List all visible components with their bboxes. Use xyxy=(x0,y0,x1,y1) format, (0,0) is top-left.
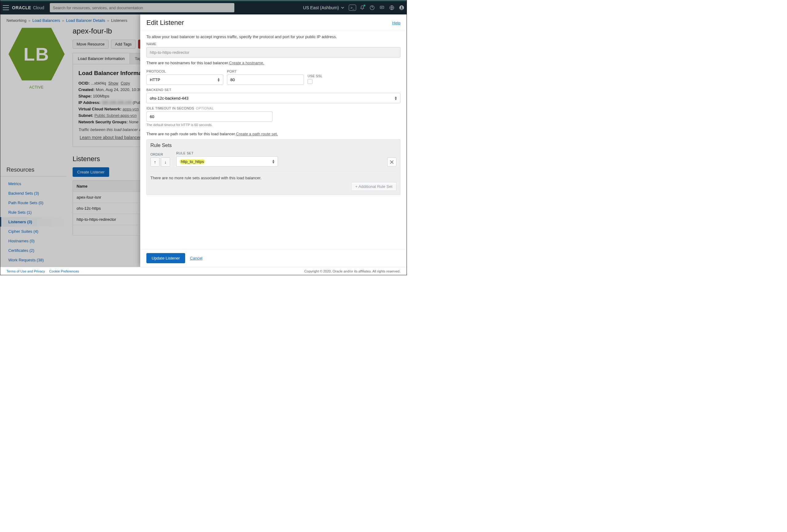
update-listener-button[interactable]: Update Listener xyxy=(146,253,185,263)
crumb-load-balancers[interactable]: Load Balancers xyxy=(32,18,60,23)
lb-icon-text: LB xyxy=(24,44,49,65)
rule-set-select[interactable]: http_to_https xyxy=(176,156,278,167)
sidebar-item-backend-sets[interactable]: Backend Sets (3) xyxy=(0,189,66,198)
resources-heading: Resources xyxy=(6,166,66,173)
order-label: ORDER xyxy=(150,152,172,156)
region-label: US East (Ashburn) xyxy=(303,5,339,10)
protocol-label: PROTOCOL xyxy=(146,69,223,73)
page-footer: Terms of Use and Privacy Cookie Preferen… xyxy=(0,267,407,275)
sidebar-item-work-requests[interactable]: Work Requests (38) xyxy=(0,255,66,265)
copyright-text: Copyright © 2020, Oracle and/or its affi… xyxy=(304,269,400,273)
nsg-label: Network Security Groups: xyxy=(79,120,128,124)
use-ssl-label: USE SSL xyxy=(307,74,335,78)
brand-bold: ORACLE xyxy=(12,5,31,10)
region-selector[interactable]: US East (Ashburn) xyxy=(300,5,347,10)
profile-icon[interactable] xyxy=(397,3,407,13)
edit-listener-panel: Edit Listener Help To allow your load ba… xyxy=(140,15,407,267)
sidebar-item-metrics[interactable]: Metrics xyxy=(0,179,66,189)
move-up-button[interactable]: ↑ xyxy=(150,157,159,167)
ip-label: IP Address: xyxy=(79,100,101,105)
brand-logo: ORACLE Cloud xyxy=(12,5,47,10)
ocid-show-link[interactable]: Show xyxy=(108,81,119,85)
shape-value: 100Mbps xyxy=(93,94,109,99)
vcn-link[interactable]: apps-vcn xyxy=(123,107,139,111)
crumb-networking: Networking xyxy=(6,18,26,23)
global-search[interactable] xyxy=(50,3,234,12)
help-link[interactable]: Help xyxy=(392,21,400,25)
hostnames-note: There are no hostnames for this load bal… xyxy=(146,61,400,65)
add-rule-set-button: + Additional Rule Set xyxy=(351,182,397,191)
subnet-label: Subnet: xyxy=(79,113,93,118)
globe-icon[interactable] xyxy=(387,3,397,13)
ocid-label: OCID: xyxy=(79,81,90,85)
backend-set-select[interactable]: ohs-12c-backend-443 xyxy=(146,93,400,103)
rule-set-label: RULE SET xyxy=(176,151,278,155)
lb-status: ACTIVE xyxy=(29,85,43,89)
idle-timeout-input[interactable] xyxy=(146,111,273,122)
name-field-label: NAME xyxy=(146,42,400,46)
add-tags-button[interactable]: Add Tags xyxy=(111,40,136,48)
sidebar-item-cipher-suites[interactable]: Cipher Suites (4) xyxy=(0,227,66,236)
subnet-link[interactable]: Public Subnet-apps-vcn xyxy=(94,113,136,118)
cookie-prefs-link[interactable]: Cookie Preferences xyxy=(49,269,79,273)
backend-set-label: BACKEND SET xyxy=(146,88,400,92)
vcn-label: Virtual Cloud Network: xyxy=(79,107,122,111)
sidebar-item-rule-sets[interactable]: Rule Sets (1) xyxy=(0,208,66,217)
panel-title: Edit Listener xyxy=(146,19,184,27)
cancel-link[interactable]: Cancel xyxy=(190,256,203,260)
created-label: Created: xyxy=(79,87,95,92)
rule-set-value: http_to_https xyxy=(179,159,205,164)
crumb-listeners: Listeners xyxy=(111,18,127,23)
sidebar-item-certificates[interactable]: Certificates (2) xyxy=(0,246,66,255)
brand-light: Cloud xyxy=(33,5,44,10)
rule-sets-section: Rule Sets ORDER ↑ ↓ RULE SET xyxy=(146,139,400,195)
move-resource-button[interactable]: Move Resource xyxy=(72,40,109,48)
rule-sets-empty-note: There are no more rule sets associated w… xyxy=(150,176,397,180)
lb-status-card: LB ACTIVE xyxy=(6,25,66,89)
svg-rect-2 xyxy=(3,9,9,10)
idle-timeout-hint: The default timeout for HTTP is 60 secon… xyxy=(146,123,400,127)
terms-link[interactable]: Terms of Use and Privacy xyxy=(6,269,45,273)
menu-icon[interactable] xyxy=(0,1,12,15)
svg-point-7 xyxy=(401,6,403,8)
svg-rect-4 xyxy=(380,6,384,8)
create-hostname-link[interactable]: Create a hostname. xyxy=(229,61,264,65)
ip-hidden: 100.100.100.100 xyxy=(102,100,132,105)
resources-list: Metrics Backend Sets (3) Path Route Sets… xyxy=(0,176,66,265)
port-label: PORT xyxy=(227,69,304,73)
ocid-copy-link[interactable]: Copy xyxy=(121,81,130,85)
idle-timeout-label: IDLE TIMEOUT IN SECONDSOPTIONAL xyxy=(146,106,400,110)
sidebar-item-hostnames[interactable]: Hostnames (0) xyxy=(0,236,66,246)
cloud-shell-icon[interactable]: >_ xyxy=(347,3,357,13)
top-navbar: ORACLE Cloud US East (Ashburn) >_ xyxy=(0,0,407,15)
notifications-icon[interactable] xyxy=(357,3,367,13)
help-icon[interactable] xyxy=(367,3,377,13)
svg-rect-1 xyxy=(3,7,9,8)
nsg-value: None xyxy=(129,120,139,124)
name-input xyxy=(146,47,400,58)
create-listener-button[interactable]: Create Listener xyxy=(72,167,109,177)
path-route-note: There are no path route sets for this lo… xyxy=(146,132,400,136)
close-icon xyxy=(390,160,394,164)
create-path-route-link[interactable]: Create a path route set. xyxy=(236,132,278,136)
tab-information[interactable]: Load Balancer Information xyxy=(73,53,130,64)
crumb-lb-details[interactable]: Load Balancer Details xyxy=(66,18,105,23)
sidebar-item-path-route-sets[interactable]: Path Route Sets (0) xyxy=(0,198,66,208)
svg-rect-0 xyxy=(3,5,9,6)
rule-sets-heading: Rule Sets xyxy=(147,140,400,150)
protocol-select[interactable]: HTTP xyxy=(146,75,223,85)
remove-rule-set-button[interactable] xyxy=(387,157,397,167)
search-input[interactable] xyxy=(53,5,231,10)
move-down-button[interactable]: ↓ xyxy=(161,157,170,167)
port-input[interactable] xyxy=(227,75,304,85)
chevron-down-icon xyxy=(341,6,344,9)
sidebar-item-listeners[interactable]: Listeners (3) xyxy=(0,217,66,227)
chat-icon[interactable] xyxy=(377,3,387,13)
notification-dot-icon xyxy=(363,5,365,6)
ocid-value: ...xbkf4q xyxy=(91,81,106,85)
use-ssl-checkbox[interactable] xyxy=(307,79,313,84)
panel-footer: Update Listener Cancel xyxy=(140,249,407,267)
panel-intro: To allow your load balancer to accept in… xyxy=(146,35,400,39)
shape-label: Shape: xyxy=(79,94,92,99)
